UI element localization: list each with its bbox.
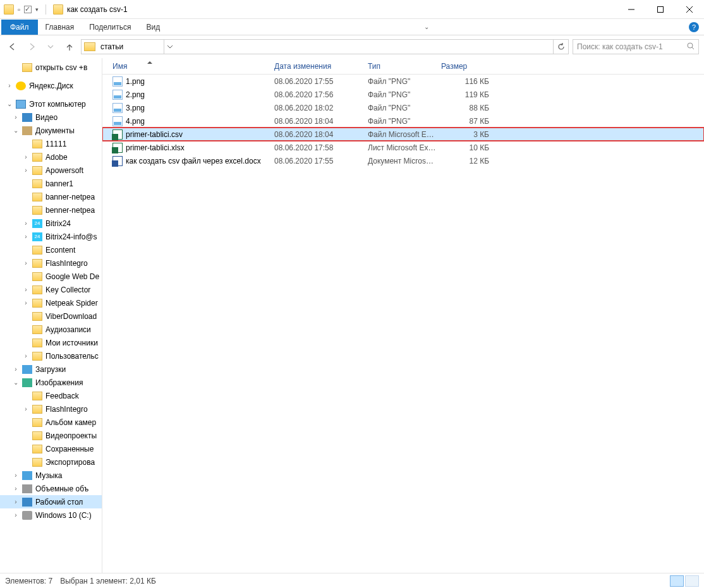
- tree-caret-icon[interactable]: ›: [23, 299, 29, 306]
- ribbon-tab-share[interactable]: Поделиться: [82, 19, 138, 35]
- tree-node[interactable]: ›Adobe: [0, 150, 102, 164]
- qat-pin-icon[interactable]: ▫: [18, 6, 20, 13]
- tree-caret-icon[interactable]: ›: [23, 352, 29, 359]
- nav-back-button[interactable]: [5, 39, 20, 54]
- file-row[interactable]: 3.png08.06.2020 18:02Файл "PNG"88 КБ: [102, 101, 704, 114]
- file-row[interactable]: 4.png08.06.2020 18:04Файл "PNG"87 КБ: [102, 114, 704, 128]
- file-row[interactable]: primer-tablici.csv08.06.2020 18:04Файл M…: [102, 128, 704, 141]
- tree-caret-icon[interactable]: ⌄: [6, 100, 13, 107]
- video-icon: [22, 113, 32, 122]
- tree-caret-icon[interactable]: ›: [23, 260, 29, 267]
- tree-node[interactable]: ›Windows 10 (C:): [0, 508, 102, 522]
- nav-recent-dropdown[interactable]: [43, 39, 58, 54]
- tree-caret-icon[interactable]: ›: [23, 286, 29, 293]
- ribbon-file-tab[interactable]: Файл: [1, 20, 38, 35]
- tree-caret-icon[interactable]: ›: [13, 498, 19, 505]
- tree-node[interactable]: ›24Bitrix24: [0, 217, 102, 230]
- tree-node-label: benner-netpea: [46, 206, 95, 215]
- ribbon-tab-home[interactable]: Главная: [38, 19, 82, 35]
- search-box[interactable]: Поиск: как создать csv-1: [573, 39, 699, 54]
- column-name[interactable]: Имя: [112, 62, 274, 71]
- close-button[interactable]: [675, 0, 704, 18]
- tree-caret-icon[interactable]: ⌄: [13, 127, 19, 134]
- tree-node[interactable]: Google Web De: [0, 270, 102, 283]
- tree-node[interactable]: Feedback: [0, 389, 102, 402]
- tree-node[interactable]: 11111: [0, 137, 102, 150]
- tree-node[interactable]: ›Netpeak Spider: [0, 296, 102, 309]
- address-folder-icon: [84, 42, 95, 51]
- tree-caret-icon[interactable]: ›: [23, 153, 29, 160]
- tree-node[interactable]: ›Видео: [0, 111, 102, 124]
- file-list[interactable]: 1.png08.06.2020 17:55Файл "PNG"116 КБ2.p…: [102, 75, 704, 573]
- tree-node[interactable]: Аудиозаписи: [0, 323, 102, 336]
- tree-caret-icon[interactable]: ›: [13, 472, 19, 479]
- tree-node[interactable]: Сохраненные: [0, 442, 102, 455]
- column-headers[interactable]: Имя Дата изменения Тип Размер: [102, 58, 704, 75]
- maximize-button[interactable]: [646, 0, 675, 18]
- file-row[interactable]: как создать csv файл через excel.docx08.…: [102, 154, 704, 167]
- tree-node[interactable]: ›Key Collector: [0, 283, 102, 296]
- tree-node[interactable]: ⌄Изображения: [0, 376, 102, 389]
- view-icons-button[interactable]: [685, 575, 699, 587]
- ribbon-expand-icon[interactable]: ⌄: [424, 23, 429, 30]
- tree-node[interactable]: ⌄Документы: [0, 124, 102, 137]
- svg-point-4: [688, 43, 693, 48]
- file-row[interactable]: 1.png08.06.2020 17:55Файл "PNG"116 КБ: [102, 75, 704, 88]
- tree-node[interactable]: ›Apowersoft: [0, 164, 102, 177]
- folder-icon: [32, 458, 42, 467]
- nav-up-button[interactable]: [62, 39, 77, 54]
- tree-node[interactable]: ⌄Этот компьютер: [0, 97, 102, 111]
- tree-caret-icon[interactable]: ›: [13, 512, 19, 519]
- tree-node[interactable]: ›Яндекс.Диск: [0, 79, 102, 92]
- tree-node[interactable]: открыть csv +в: [0, 61, 102, 74]
- tree-caret-icon[interactable]: ⌄: [13, 379, 19, 386]
- file-row[interactable]: 2.png08.06.2020 17:56Файл "PNG"119 КБ: [102, 88, 704, 101]
- tree-node[interactable]: ›Загрузки: [0, 363, 102, 376]
- tree-node[interactable]: Econtent: [0, 243, 102, 256]
- minimize-button[interactable]: [617, 0, 646, 18]
- qat-check-icon[interactable]: ✓: [24, 6, 32, 13]
- tree-node[interactable]: ›FlashIntegro: [0, 256, 102, 270]
- breadcrumb-segment[interactable]: статьи: [98, 42, 164, 51]
- tree-node[interactable]: Альбом камер: [0, 416, 102, 429]
- tree-node[interactable]: banner-netpea: [0, 190, 102, 203]
- tree-node[interactable]: banner1: [0, 177, 102, 190]
- navigation-tree[interactable]: открыть csv +в›Яндекс.Диск⌄Этот компьюте…: [0, 58, 102, 573]
- tree-node[interactable]: ›Объемные объ: [0, 482, 102, 495]
- tree-node[interactable]: Мои источники: [0, 336, 102, 349]
- column-date[interactable]: Дата изменения: [274, 62, 368, 71]
- tree-caret-icon[interactable]: ›: [6, 82, 13, 89]
- status-selection: Выбран 1 элемент: 2,01 КБ: [60, 577, 156, 585]
- file-size: 87 КБ: [441, 117, 492, 126]
- tree-node[interactable]: ›Пользовательс: [0, 349, 102, 363]
- tree-caret-icon[interactable]: ›: [13, 366, 19, 373]
- tree-node[interactable]: Экспортирова: [0, 455, 102, 469]
- file-size: 116 КБ: [441, 77, 492, 86]
- tree-caret-icon[interactable]: ›: [23, 167, 29, 174]
- tree-node[interactable]: benner-netpea: [0, 203, 102, 217]
- folder-icon: [32, 259, 42, 268]
- nav-forward-button[interactable]: [24, 39, 39, 54]
- ribbon-tab-view[interactable]: Вид: [138, 19, 167, 35]
- column-size[interactable]: Размер: [441, 62, 492, 71]
- status-bar: Элементов: 7 Выбран 1 элемент: 2,01 КБ: [0, 573, 704, 588]
- address-bar[interactable]: « папки›Проекты›мои›seopulses›статьи›500…: [81, 39, 569, 54]
- tree-caret-icon[interactable]: ›: [13, 485, 19, 492]
- tree-node[interactable]: Видеопроекты: [0, 429, 102, 442]
- tree-caret-icon[interactable]: ›: [13, 114, 19, 121]
- column-type[interactable]: Тип: [368, 62, 441, 71]
- address-history-dropdown[interactable]: [164, 40, 176, 54]
- tree-node[interactable]: ›24Bitrix24-info@s: [0, 230, 102, 243]
- tree-node[interactable]: ›Музыка: [0, 469, 102, 482]
- refresh-button[interactable]: [553, 40, 568, 54]
- view-details-button[interactable]: [670, 575, 684, 587]
- tree-node[interactable]: ViberDownload: [0, 309, 102, 323]
- tree-caret-icon[interactable]: ›: [23, 233, 29, 240]
- tree-caret-icon[interactable]: ›: [23, 220, 29, 227]
- tree-caret-icon[interactable]: ›: [23, 405, 29, 412]
- qat-dropdown-icon[interactable]: ▾: [35, 6, 39, 13]
- help-icon[interactable]: ?: [689, 22, 699, 32]
- file-row[interactable]: primer-tablici.xlsx08.06.2020 17:58Лист …: [102, 141, 704, 154]
- tree-node[interactable]: ›Рабочий стол: [0, 495, 102, 508]
- tree-node[interactable]: ›FlashIntegro: [0, 402, 102, 416]
